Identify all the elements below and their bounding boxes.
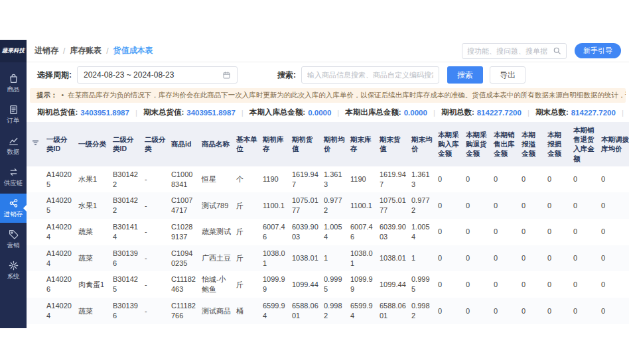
column-header: 二级分类ID [110,122,142,166]
sidebar-item-system[interactable]: 系统 [0,256,27,285]
cell: B301422 [110,166,142,193]
cell: 10990 [260,324,289,328]
cell: 0 [463,324,491,328]
cell: 6599.94 [260,298,289,324]
product-search-input[interactable] [307,71,433,79]
breadcrumb-item[interactable]: 库存账表 [70,45,102,56]
app-window: 蔬果科技 商品订单数据供应链进销存营销系统 进销存 / 库存账表 / 货值成本表… [0,40,629,328]
period-range-picker[interactable]: 2024-08-23 ~ 2024-08-23 [77,66,238,84]
column-filter-icon[interactable] [27,122,44,166]
brand-logo: 蔬果科技 [0,40,27,62]
global-search-box[interactable] [462,43,567,59]
column-header: 基本单位 [234,122,260,166]
summary-separator: | [135,109,137,117]
product-search-box[interactable] [301,66,439,84]
row-gutter-cell [27,298,44,324]
hint-prefix: 提示： [36,91,58,100]
cell: - [142,245,169,272]
cell: 1619.947 [377,166,409,193]
sidebar-item-supply[interactable]: 供应链 [0,162,27,192]
cell: 0 [491,324,519,328]
cell: 1100.1 [348,192,377,219]
cell: 0.9995 [321,271,348,298]
period-range-value: 2024-08-23 ~ 2024-08-23 [84,70,174,80]
column-header: 商品名称 [199,122,234,166]
cell: 水果1 [76,192,110,219]
inventory-icon [8,198,19,209]
cell: 1038.01 [260,245,289,272]
cell: 0 [545,298,571,324]
sidebar-item-data[interactable]: 数据 [0,131,27,160]
cell: 0 [519,166,545,193]
table-row: A140205水果1B301422-C10008341恒星个11901619.9… [27,166,629,193]
column-header: 本期销售出库金额 [491,122,519,166]
cell: 6588.0601 [377,298,409,324]
sidebar-item-goods[interactable]: 商品 [0,69,27,98]
cell: 0 [491,166,519,193]
sidebar-item-label: 供应链 [4,179,23,188]
cell: A140204 [44,219,76,245]
export-button[interactable]: 导出 [490,66,525,84]
column-header: 期末库存 [348,122,377,166]
cell: 0 [571,245,598,272]
cell: 0 [519,245,545,272]
table-row: A140204蔬菜B301414-C10289137蔬菜测试斤6007.4660… [27,219,629,245]
sidebar-item-inventory[interactable]: 进销存 [0,194,27,223]
cell: A140205 [44,166,76,193]
cell: 肉禽蛋1 [76,271,110,298]
cell: 6007.46 [260,219,289,245]
cell: 1099.44 [289,271,321,298]
cell: 0 [491,192,519,219]
cell: 6007.46 [348,219,377,245]
period-label: 选择周期: [37,70,72,81]
cell: 1100.1 [260,192,289,219]
table-row: A140204蔬菜B301396-C11182766测试商品桶6599.9465… [27,298,629,324]
cell: A140204 [44,245,76,272]
cell: 1099.99 [260,271,289,298]
column-header: 本期报损金额 [545,122,571,166]
summary-separator: | [527,109,529,117]
cell: A140205 [44,192,76,219]
column-header: 本期报溢金额 [519,122,545,166]
filter-bar: 选择周期: 2024-08-23 ~ 2024-08-23 搜索: 搜索 导出 [27,62,629,88]
cell: 1038.01 [377,245,409,272]
cell: 1099.99 [348,271,377,298]
global-search-input[interactable] [467,47,553,55]
cell: 6039.9003 [377,219,409,245]
cell: 0 [545,324,571,328]
cell: 0 [598,245,629,272]
cell: A140202 [44,324,76,328]
cell: 0 [519,271,545,298]
column-header: 本期调拨入库均价 [598,122,629,166]
cell: 西餐用品1 [76,324,110,328]
newbie-guide-button[interactable]: 新手引导 [575,43,621,58]
hint-text: 在某商品库存为负的情况下，库存均价会在此商品下一次入库时更新为的此次入库的入库单… [68,91,626,100]
cell: 0 [491,271,519,298]
breadcrumb-item[interactable]: 进销存 [35,45,58,56]
breadcrumb-separator: / [106,46,108,56]
row-gutter-cell [27,192,44,219]
sidebar-item-orders[interactable]: 订单 [0,100,27,129]
breadcrumb-item-current: 货值成本表 [113,45,153,56]
column-header: 本期销售退货入库金额 [571,122,598,166]
cell: 斤 [234,271,260,298]
search-icon[interactable] [553,46,561,55]
topbar: 进销存 / 库存账表 / 货值成本表 新手引导 [27,40,629,62]
summary-value: 0.0000 [404,109,427,117]
cell: 0 [571,192,598,219]
summary-bar: 期初总货值:3403951.8987|期末总货值:3403951.8987|本期… [27,103,629,121]
main-content: 进销存 / 库存账表 / 货值成本表 新手引导 选择周期: 2024-08-23… [27,40,629,328]
cell: 斤 [234,324,260,328]
cell: B301396 [110,298,142,324]
summary-label: 本期出库总金额: [345,107,401,117]
cell: 0 [463,192,491,219]
cell: C11182463 [169,271,199,298]
summary-separator: | [242,109,244,117]
cell: 10970.218 [289,324,321,328]
cell: 0.9982 [409,324,435,328]
marketing-icon [8,229,19,240]
breadcrumb: 进销存 / 库存账表 / 货值成本表 [35,45,153,56]
cell: 蔬菜测试 [199,219,234,245]
search-button[interactable]: 搜索 [447,66,483,84]
sidebar-item-marketing[interactable]: 营销 [0,225,27,254]
